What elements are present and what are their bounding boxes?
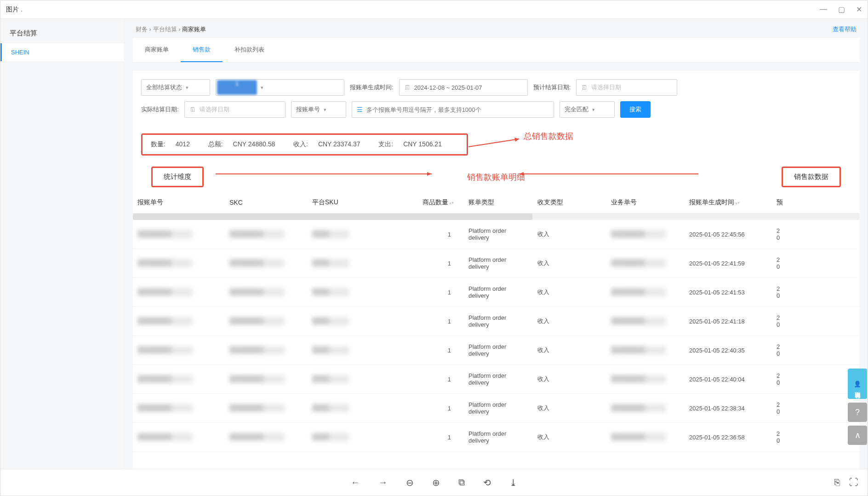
cell-gentime: 2025-01-05 22:41:53 <box>685 278 772 307</box>
cell-skc: ████████ <box>229 230 285 238</box>
cell-billtype: Platform order delivery <box>464 220 533 249</box>
zoom-in-icon[interactable]: ⊕ <box>432 477 440 488</box>
th-bizno[interactable]: 业务单号 <box>606 192 685 213</box>
cell-billtype: Platform order delivery <box>464 278 533 307</box>
billno-input-wrap[interactable]: ☰ <box>352 101 554 118</box>
cell-billno: ████████ <box>137 288 193 296</box>
scan-icon[interactable]: ⛶ <box>849 477 858 488</box>
help-float-button[interactable]: ? <box>848 403 867 422</box>
sort-icon: ▴▾ <box>449 202 454 204</box>
range-value: 1 <box>217 80 257 95</box>
billno-type-label: 报账单号 <box>296 105 320 114</box>
cell-gentime: 2025-01-05 22:38:34 <box>685 394 772 423</box>
table-row[interactable]: ████████████████████1Platform order deli… <box>133 365 859 394</box>
cell-qty: 1 <box>418 307 464 336</box>
cell-gentime: 2025-01-05 22:40:04 <box>685 365 772 394</box>
cell-billno: ████████ <box>137 230 193 238</box>
gen-time-label: 报账单生成时间: <box>350 83 394 92</box>
statdim-row: 统计维度 销售款账单明细 销售款数据 <box>133 160 859 192</box>
cell-gentime: 2025-01-05 22:41:18 <box>685 307 772 336</box>
help-link[interactable]: 查看帮助 <box>833 25 857 34</box>
cell-gentime: 2025-01-05 22:36:58 <box>685 423 772 452</box>
est-date-picker[interactable]: 🗓 请选择日期 <box>576 79 677 96</box>
list-icon: ☰ <box>357 106 363 113</box>
annotation-summary: 总销售款数据 <box>524 131 573 142</box>
actual-date-placeholder: 请选择日期 <box>200 105 229 114</box>
cell-billtype: Platform order delivery <box>464 423 533 452</box>
translate-icon[interactable]: ⎘ <box>834 477 840 488</box>
calendar-icon: 🗓 <box>581 84 588 91</box>
svg-marker-3 <box>427 172 432 176</box>
cell-qty: 1 <box>418 278 464 307</box>
support-button[interactable]: 👤 咨询客服 <box>848 369 867 399</box>
th-qty[interactable]: 商品数量▴▾ <box>418 192 464 213</box>
billno-type-select[interactable]: 报账单号 ▾ <box>291 101 346 118</box>
horizontal-scrollbar[interactable] <box>133 213 532 220</box>
cell-billno: ████████ <box>137 346 193 354</box>
cell-billtype: Platform order delivery <box>464 336 533 365</box>
cell-billtype: Platform order delivery <box>464 249 533 278</box>
cell-billtype: Platform order delivery <box>464 307 533 336</box>
chevron-down-icon: ▾ <box>186 85 188 91</box>
rotate-icon[interactable]: ⟲ <box>483 477 491 488</box>
summary-box: 数量: 4012 总额: CNY 24880.58 收入: CNY 23374.… <box>141 133 468 156</box>
close-icon[interactable]: ✕ <box>856 5 862 14</box>
scroll-top-button[interactable]: ∧ <box>848 426 867 445</box>
cell-iotype: 收入 <box>533 336 606 365</box>
tab-sales[interactable]: 销售款 <box>181 38 223 62</box>
match-label: 完全匹配 <box>565 105 588 114</box>
billno-input[interactable] <box>366 106 549 113</box>
window-controls: — ▢ ✕ <box>820 5 862 14</box>
cell-skc: ████████ <box>229 317 285 325</box>
download-icon[interactable]: ⤓ <box>509 477 517 488</box>
search-button[interactable]: 搜索 <box>620 101 651 118</box>
table-row[interactable]: ████████████████████1Platform order deli… <box>133 336 859 365</box>
th-extra[interactable]: 预 <box>772 192 859 213</box>
gen-time-value: 2024-12-08 ~ 2025-01-07 <box>414 84 482 91</box>
tab-deduction[interactable]: 补扣款列表 <box>223 38 276 62</box>
th-billno[interactable]: 报账单号 <box>133 192 225 213</box>
summary-row: 数量: 4012 总额: CNY 24880.58 收入: CNY 23374.… <box>133 126 859 160</box>
table-row[interactable]: ████████████████████1Platform order deli… <box>133 394 859 423</box>
cell-iotype: 收入 <box>533 423 606 452</box>
table-row[interactable]: ████████████████████1Platform order deli… <box>133 249 859 278</box>
th-sku[interactable]: 平台SKU <box>308 192 418 213</box>
cell-sku: ████ <box>312 346 349 354</box>
actual-date-picker[interactable]: 🗓 请选择日期 <box>184 101 286 118</box>
zoom-out-icon[interactable]: ⊖ <box>406 477 414 488</box>
th-gentime[interactable]: 报账单生成时间▴▾ <box>685 192 772 213</box>
table-row[interactable]: ████████████████████1Platform order deli… <box>133 220 859 249</box>
cell-sku: ████ <box>312 230 349 238</box>
cell-qty: 1 <box>418 249 464 278</box>
th-iotype[interactable]: 收支类型 <box>533 192 606 213</box>
status-select[interactable]: 全部结算状态 ▾ <box>141 79 210 96</box>
tab-merchant-bill[interactable]: 商家账单 <box>133 38 181 62</box>
table-row[interactable]: ████████████████████1Platform order deli… <box>133 307 859 336</box>
th-billtype[interactable]: 账单类型 <box>464 192 533 213</box>
breadcrumb-2[interactable]: 平台结算 <box>153 26 177 33</box>
maximize-icon[interactable]: ▢ <box>838 5 845 14</box>
fit-icon[interactable]: ⧉ <box>458 477 465 488</box>
th-skc[interactable]: SKC <box>225 192 308 213</box>
minimize-icon[interactable]: — <box>820 5 827 14</box>
titlebar: 图片 . — ▢ ✕ <box>0 0 868 19</box>
breadcrumb-1[interactable]: 财务 <box>136 26 148 33</box>
cell-billno: ████████ <box>137 259 193 267</box>
sales-data-box: 销售款数据 <box>782 167 841 187</box>
cell-iotype: 收入 <box>533 249 606 278</box>
cell-extra: 20 <box>772 220 859 249</box>
table-row[interactable]: ████████████████████1Platform order deli… <box>133 423 859 452</box>
tabs: 商家账单 销售款 补扣款列表 <box>133 38 859 63</box>
prev-icon[interactable]: ← <box>351 477 360 488</box>
match-select[interactable]: 完全匹配 ▾ <box>560 101 615 118</box>
sidebar-item-shein[interactable]: SHEIN <box>0 43 124 61</box>
cell-qty: 1 <box>418 220 464 249</box>
range-select[interactable]: 1 ▾ <box>216 79 344 96</box>
cell-extra: 20 <box>772 307 859 336</box>
table-row[interactable]: ████████████████████1Platform order deli… <box>133 278 859 307</box>
next-icon[interactable]: → <box>378 477 388 488</box>
cell-extra: 20 <box>772 423 859 452</box>
gen-time-picker[interactable]: 🗓 2024-12-08 ~ 2025-01-07 <box>399 79 528 96</box>
cell-sku: ████ <box>312 259 349 267</box>
cell-skc: ████████ <box>229 288 285 296</box>
